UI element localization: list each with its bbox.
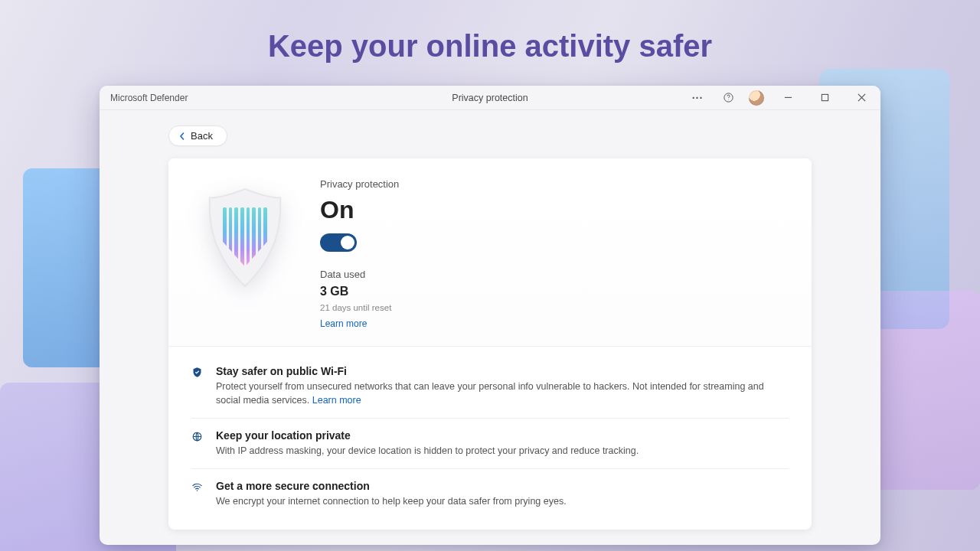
back-label: Back (191, 130, 213, 142)
app-name: Microsoft Defender (110, 93, 188, 103)
status-value: On (320, 196, 399, 224)
globe-lock-icon (191, 431, 208, 458)
feature-title: Stay safer on public Wi-Fi (216, 365, 789, 377)
privacy-card: Privacy protection On Data used 3 GB 21 … (168, 158, 812, 530)
chevron-left-icon (178, 132, 186, 140)
minimize-button[interactable] (775, 86, 801, 109)
back-button[interactable]: Back (168, 126, 227, 146)
app-window: Microsoft Defender Privacy protection ··… (100, 86, 880, 545)
wifi-secure-icon (191, 481, 208, 508)
titlebar: Microsoft Defender Privacy protection ··… (100, 86, 880, 110)
card-top: Privacy protection On Data used 3 GB 21 … (168, 158, 812, 347)
feature-desc: We encrypt your internet connection to h… (216, 494, 789, 508)
page-headline: Keep your online activity safer (0, 29, 980, 64)
section-title: Privacy protection (452, 93, 528, 103)
svg-point-1 (728, 99, 729, 100)
user-avatar[interactable] (749, 90, 764, 106)
feature-title: Keep your location private (216, 429, 789, 442)
svg-point-5 (197, 491, 198, 492)
shield-check-icon (191, 367, 208, 407)
privacy-protection-label: Privacy protection (320, 178, 399, 190)
help-button[interactable] (718, 88, 738, 108)
feature-desc: Protect yourself from unsecured networks… (216, 380, 789, 407)
feature-title: Get a more secure connection (216, 480, 789, 492)
feature-public-wifi: Stay safer on public Wi-Fi Protect yours… (191, 354, 789, 418)
days-until-reset: 21 days until reset (320, 303, 399, 312)
feature-location-private: Keep your location private With IP addre… (191, 418, 789, 468)
privacy-toggle[interactable] (320, 233, 357, 252)
status-column: Privacy protection On Data used 3 GB 21 … (320, 178, 399, 329)
maximize-button[interactable] (812, 86, 838, 109)
data-used-value: 3 GB (320, 285, 399, 298)
titlebar-right-controls: ··· (688, 86, 874, 109)
content-wrap: Back Privacy protection On Data used (100, 110, 880, 545)
learn-more-status-link[interactable]: Learn more (320, 318, 399, 329)
shield-illustration (191, 178, 299, 297)
close-button[interactable] (848, 86, 874, 109)
feature-list: Stay safer on public Wi-Fi Protect yours… (168, 347, 812, 523)
feature-learn-more-link[interactable]: Learn more (312, 395, 361, 406)
svg-rect-2 (784, 97, 791, 98)
svg-rect-3 (822, 94, 828, 100)
feature-desc: With IP address masking, your device loc… (216, 444, 789, 458)
data-used-label: Data used (320, 269, 399, 280)
feature-secure-connection: Get a more secure connection We encrypt … (191, 468, 789, 519)
more-button[interactable]: ··· (688, 88, 707, 108)
